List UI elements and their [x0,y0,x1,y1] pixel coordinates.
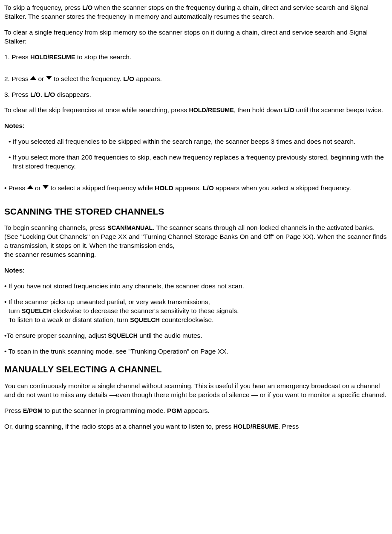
heading-scanning-stored: SCANNING THE STORED CHANNELS [4,206,388,218]
text: • If you select more than 200 frequencie… [9,154,384,170]
paragraph-skip-freq: To skip a frequency, press L/O when the … [4,3,388,21]
scan-note-1: • If you have not stored frequencies int… [4,282,388,291]
text: to put the scanner in programming mode. [43,407,167,414]
down-arrow-icon [46,76,52,80]
text: To begin scanning channels, press [4,224,107,231]
text: to select a skipped frequency while [49,184,155,192]
up-arrow-icon [27,185,33,189]
key-lo: L/O [203,184,214,192]
notes-heading-2: Notes: [4,266,388,275]
key-squelch: SQUELCH [108,332,138,339]
text: • If you have not stored frequencies int… [4,282,244,290]
text: Press [4,407,23,414]
text: , then hold down [234,106,284,113]
text: 1. Press [4,53,30,61]
text: • To scan in the trunk scanning mode, se… [4,348,228,355]
text: 3. Press [4,91,30,98]
key-hold-resume: HOLD/RESUME [233,423,278,430]
text: turn [9,307,22,314]
text: • If you selected all frequencies to be … [9,138,356,145]
key-squelch: SQUELCH [130,316,160,323]
text: . Press [278,423,299,430]
key-hold-resume: HOLD/RESUME [30,54,75,61]
scan-note-4: • To scan in the trunk scanning mode, se… [4,347,388,356]
notes-heading: Notes: [4,122,388,131]
key-lo: L/O [44,91,55,98]
paragraph-scan-channels: To begin scanning channels, press SCAN/M… [4,223,388,259]
text: until the audio mutes. [138,332,202,339]
text: to stop the search. [75,53,131,61]
paragraph-clear-all: To clear all the skip frequencies at onc… [4,106,388,115]
text: disappears. [55,91,91,98]
key-lo: L/O [284,107,294,113]
key-epgm: E/PGM [23,407,43,414]
text: You can continuously monitor a single ch… [4,382,386,398]
note-3: • Press or to select a skipped frequency… [4,184,388,193]
text: counterclockwise. [160,316,214,323]
key-lo: L/O [123,75,134,82]
text: 2. Press [4,75,30,82]
key-squelch: SQUELCH [22,308,52,314]
text: appears. [134,75,162,82]
text: to select the frequency. [52,75,124,82]
paragraph-during-scanning: Or, during scanning, if the radio stops … [4,422,388,431]
text: To clear a single frequency from skip me… [4,29,368,45]
text: or [36,75,46,82]
up-arrow-icon [30,76,36,80]
step-3: 3. Press L/O. L/O disappears. [4,90,388,99]
text: until the scanner beeps twice. [294,106,383,113]
text: • Press [4,184,27,192]
note-1: • If you selected all frequencies to be … [4,137,388,146]
text: appears when you select a skipped freque… [214,184,351,192]
down-arrow-icon [43,185,49,189]
key-hold-resume: HOLD/RESUME [189,107,233,113]
paragraph-epgm: Press E/PGM to put the scanner in progra… [4,406,388,415]
text: clockwise to decrease the scanner's sens… [52,307,239,314]
key-lo: L/O [82,4,92,11]
paragraph-manual-select: You can continuously monitor a single ch… [4,382,388,400]
text: appears. [173,184,203,192]
key-pgm: PGM [167,407,182,414]
text: To skip a frequency, press [4,4,82,11]
scan-note-2: • If the scanner picks up unwanted parti… [4,298,388,325]
text: . [40,91,44,98]
text: the scanner resumes scanning. [4,251,96,258]
key-scan-manual: SCAN/MANUAL [107,224,153,231]
text: or [33,184,43,192]
text: • If the scanner picks up unwanted parti… [4,298,210,305]
text: appears. [182,407,210,414]
scan-note-3: •To ensure proper scanning, adjust SQUEL… [4,331,388,340]
heading-manual-select: MANUALLY SELECTING A CHANNEL [4,363,388,375]
note-2: • If you select more than 200 frequencie… [4,153,388,171]
text: To listen to a weak or distant station, … [9,316,130,323]
text: •To ensure proper scanning, adjust [4,332,108,339]
step-2: 2. Press or to select the frequency. L/O… [4,75,388,84]
key-hold: HOLD [155,184,173,192]
text: Or, during scanning, if the radio stops … [4,423,233,430]
step-1: 1. Press HOLD/RESUME to stop the search. [4,53,388,62]
paragraph-clear-single: To clear a single frequency from skip me… [4,28,388,46]
text: To clear all the skip frequencies at onc… [4,106,189,113]
key-lo: L/O [30,91,40,98]
